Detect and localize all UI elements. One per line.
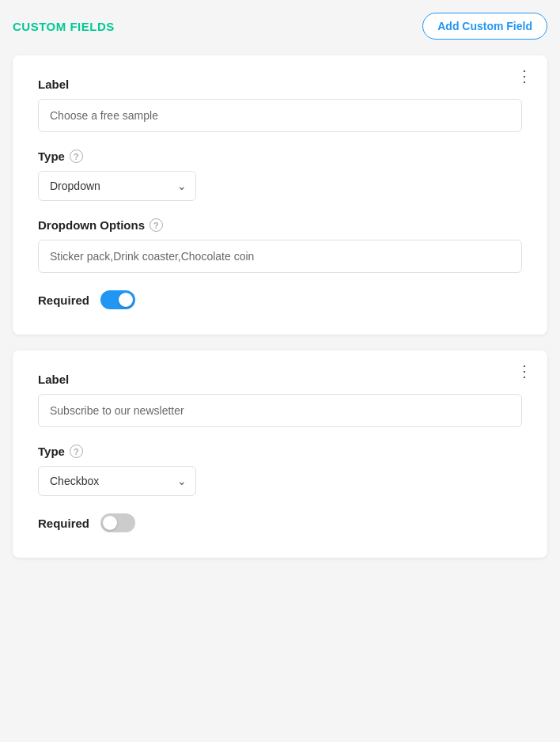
required-toggle-2[interactable]: [100, 513, 135, 532]
toggle-slider-1: [100, 290, 135, 309]
required-row-1: Required: [38, 290, 522, 309]
dropdown-options-help-icon-1[interactable]: ?: [149, 218, 163, 232]
card-menu-button-2[interactable]: ⋮: [516, 363, 533, 379]
label-section-title-1: Label: [38, 78, 522, 91]
label-input-1[interactable]: [38, 99, 522, 132]
required-row-2: Required: [38, 513, 522, 532]
type-label-1: Type: [38, 150, 65, 163]
label-section-title-2: Label: [38, 373, 522, 386]
type-help-icon-1[interactable]: ?: [70, 150, 83, 163]
dropdown-options-section-1: Dropdown Options ?: [38, 218, 522, 273]
custom-field-card-1: ⋮ Label Type ? Dropdown Checkbox Text Nu…: [13, 55, 547, 335]
type-label-row-1: Type ?: [38, 150, 522, 163]
card-menu-button-1[interactable]: ⋮: [516, 68, 533, 84]
dropdown-options-label-1: Dropdown Options: [38, 218, 145, 232]
label-input-2[interactable]: [38, 394, 522, 427]
type-section-2: Type ? Dropdown Checkbox Text Number ⌄: [38, 445, 522, 496]
toggle-slider-2: [100, 513, 135, 532]
dropdown-options-input-1[interactable]: [38, 240, 522, 273]
required-label-1: Required: [38, 293, 89, 307]
type-dropdown-wrapper-1: Dropdown Checkbox Text Number ⌄: [38, 171, 196, 201]
required-toggle-1[interactable]: [100, 290, 135, 309]
dropdown-options-label-row-1: Dropdown Options ?: [38, 218, 522, 232]
required-label-2: Required: [38, 517, 89, 530]
type-label-2: Type: [38, 445, 65, 458]
type-select-2[interactable]: Dropdown Checkbox Text Number: [38, 466, 196, 496]
page-header: CUSTOM FIELDS Add Custom Field: [13, 13, 547, 40]
type-dropdown-wrapper-2: Dropdown Checkbox Text Number ⌄: [38, 466, 196, 496]
type-help-icon-2[interactable]: ?: [70, 445, 83, 458]
type-select-1[interactable]: Dropdown Checkbox Text Number: [38, 171, 196, 201]
add-custom-field-button[interactable]: Add Custom Field: [422, 13, 547, 40]
type-section-1: Type ? Dropdown Checkbox Text Number ⌄: [38, 150, 522, 201]
page-title: CUSTOM FIELDS: [13, 20, 115, 33]
type-label-row-2: Type ?: [38, 445, 522, 458]
custom-field-card-2: ⋮ Label Type ? Dropdown Checkbox Text Nu…: [13, 350, 547, 558]
